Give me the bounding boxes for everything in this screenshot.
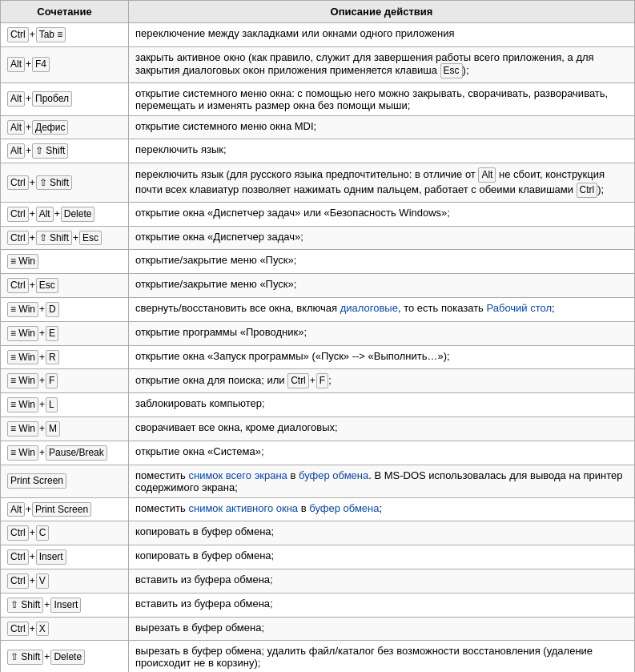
table-row: Ctrl+Vвставить из буфера обмена; [1, 569, 635, 593]
shortcut-description: копировать в буфер обмена; [128, 545, 634, 569]
table-row: Alt+⇧ Shiftпереключить язык; [1, 139, 635, 163]
table-row: ≡ Win+Fоткрытие окна для поиска; или Ctr… [1, 369, 635, 393]
table-row: Ctrl+Escоткрытие/закрытие меню «Пуск»; [1, 274, 635, 298]
shortcut-keys: ≡ Win [1, 250, 129, 274]
shortcut-keys: Ctrl+Esc [1, 274, 129, 298]
shortcut-description: поместить снимок всего экрана в буфер об… [128, 465, 634, 497]
shortcut-description: вырезать в буфер обмена; удалить файл/ка… [128, 641, 634, 672]
table-row: Ctrl+⇧ Shiftпереключить язык (для русско… [1, 163, 635, 203]
shortcut-description: открытие/закрытие меню «Пуск»; [128, 250, 634, 274]
shortcut-description: открытие окна «Диспетчер задач» или «Без… [128, 202, 634, 226]
shortcut-keys: Ctrl+Alt+Delete [1, 202, 129, 226]
table-row: ≡ Win+Mсворачивает все окна, кроме диало… [1, 416, 635, 441]
table-row: ≡ Win+Rоткрытие окна «Запуск программы» … [1, 345, 635, 369]
shortcut-keys: ≡ Win+D [1, 297, 129, 321]
shortcut-description: заблокировать компьютер; [128, 393, 634, 417]
shortcut-description: вырезать в буфер обмена; [128, 617, 634, 641]
table-row: ≡ Win+Dсвернуть/восстановить все окна, в… [1, 297, 635, 321]
shortcut-keys: Print Screen [1, 465, 129, 497]
shortcut-keys: ⇧ Shift+Delete [1, 641, 129, 672]
table-row: Ctrl+Alt+Deleteоткрытие окна «Диспетчер … [1, 202, 635, 226]
table-row: Alt+Print Screenпоместить снимок активно… [1, 497, 635, 521]
shortcut-description: закрыть активное окно (как правило, служ… [128, 46, 634, 82]
shortcut-description: вставить из буфера обмена; [128, 593, 634, 617]
shortcut-keys: ≡ Win+F [1, 369, 129, 393]
shortcut-keys: Alt+F4 [1, 46, 129, 82]
shortcut-description: переключение между закладками или окнами… [128, 23, 634, 47]
shortcut-keys: Ctrl+Insert [1, 545, 129, 569]
shortcut-keys: Ctrl+X [1, 617, 129, 641]
table-row: Print Screenпоместить снимок всего экран… [1, 465, 635, 497]
shortcut-keys: ≡ Win+M [1, 416, 129, 441]
shortcut-keys: Ctrl+V [1, 569, 129, 593]
shortcut-description: вставить из буфера обмена; [128, 569, 634, 593]
shortcut-description: открытие окна для поиска; или Ctrl+F; [128, 369, 634, 393]
shortcut-keys: ≡ Win+Pause/Break [1, 441, 129, 465]
shortcut-keys: ≡ Win+L [1, 393, 129, 417]
shortcut-description: сворачивает все окна, кроме диалоговых; [128, 416, 634, 441]
table-row: Alt+Пробелоткрытие системного меню окна:… [1, 82, 635, 115]
table-row: ≡ Winоткрытие/закрытие меню «Пуск»; [1, 250, 635, 274]
table-row: ⇧ Shift+Deleteвырезать в буфер обмена; у… [1, 641, 635, 672]
table-row: Alt+Дефисоткрытие системного меню окна M… [1, 115, 635, 139]
shortcut-description: копировать в буфер обмена; [128, 521, 634, 545]
shortcut-keys: Alt+Пробел [1, 82, 129, 115]
shortcut-keys: Ctrl+⇧ Shift [1, 163, 129, 203]
shortcut-description: переключить язык (для русского языка пре… [128, 163, 634, 203]
shortcut-description: поместить снимок активного окна в буфер … [128, 497, 634, 521]
table-row: Ctrl+Insertкопировать в буфер обмена; [1, 545, 635, 569]
table-row: Ctrl+⇧ Shift+Escоткрытие окна «Диспетчер… [1, 226, 635, 250]
table-row: ≡ Win+Pause/Breakоткрытие окна «Система»… [1, 441, 635, 465]
shortcut-description: открытие/закрытие меню «Пуск»; [128, 274, 634, 298]
shortcut-description: открытие программы «Проводник»; [128, 321, 634, 345]
col2-header: Описание действия [128, 1, 634, 23]
shortcut-keys: Ctrl+C [1, 521, 129, 545]
shortcut-description: переключить язык; [128, 139, 634, 163]
shortcut-description: свернуть/восстановить все окна, включая … [128, 297, 634, 321]
shortcut-description: открытие системного меню окна: с помощью… [128, 82, 634, 115]
shortcut-description: открытие окна «Система»; [128, 441, 634, 465]
table-row: ≡ Win+Lзаблокировать компьютер; [1, 393, 635, 417]
shortcut-description: открытие системного меню окна MDI; [128, 115, 634, 139]
table-row: Ctrl+Cкопировать в буфер обмена; [1, 521, 635, 545]
shortcut-keys: Alt+Print Screen [1, 497, 129, 521]
col1-header: Сочетание [1, 1, 129, 23]
table-row: Ctrl+Xвырезать в буфер обмена; [1, 617, 635, 641]
shortcut-keys: ⇧ Shift+Insert [1, 593, 129, 617]
shortcut-keys: Ctrl+⇧ Shift+Esc [1, 226, 129, 250]
table-row: ≡ Win+Eоткрытие программы «Проводник»; [1, 321, 635, 345]
table-row: ⇧ Shift+Insertвставить из буфера обмена; [1, 593, 635, 617]
shortcut-keys: ≡ Win+R [1, 345, 129, 369]
table-row: Alt+F4закрыть активное окно (как правило… [1, 46, 635, 82]
shortcut-keys: Alt+⇧ Shift [1, 139, 129, 163]
shortcut-keys: ≡ Win+E [1, 321, 129, 345]
shortcut-keys: Ctrl+Tab ≡ [1, 23, 129, 47]
shortcut-description: открытие окна «Запуск программы» («Пуск»… [128, 345, 634, 369]
shortcut-description: открытие окна «Диспетчер задач»; [128, 226, 634, 250]
keyboard-shortcuts-table: Сочетание Описание действия Ctrl+Tab ≡пе… [0, 0, 635, 672]
shortcut-keys: Alt+Дефис [1, 115, 129, 139]
table-row: Ctrl+Tab ≡переключение между закладками … [1, 23, 635, 47]
